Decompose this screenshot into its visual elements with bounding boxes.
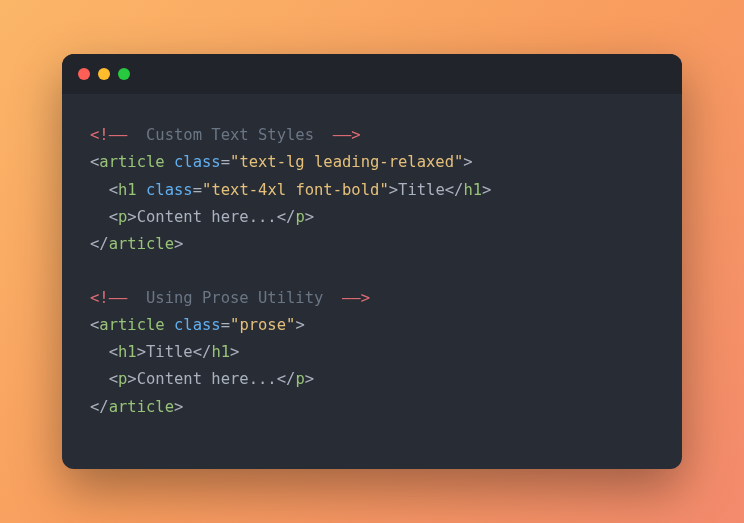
equals: = [221,153,230,171]
slash: / [99,235,108,253]
maximize-icon[interactable] [118,68,130,80]
angle-open: < [90,153,99,171]
angle-open: < [109,343,118,361]
close-icon[interactable] [78,68,90,80]
comment-text: Using Prose Utility [146,289,323,307]
slash: / [202,343,211,361]
angle-open: < [277,208,286,226]
angle-close: > [305,370,314,388]
comment-close: ——> [333,126,361,144]
tag-p: p [118,370,127,388]
angle-close: > [174,235,183,253]
class-value: text-lg leading-relaxed [239,153,454,171]
tag-article: article [99,153,164,171]
angle-close: > [389,181,398,199]
angle-open: < [109,208,118,226]
equals: = [193,181,202,199]
angle-open: < [90,398,99,416]
angle-open: < [109,370,118,388]
comment-text: Custom Text Styles [146,126,314,144]
tag-p: p [118,208,127,226]
angle-close: > [463,153,472,171]
quote: " [230,316,239,334]
attr-class: class [146,181,193,199]
comment-close: ——> [342,289,370,307]
angle-close: > [295,316,304,334]
angle-open: < [90,235,99,253]
tag-article: article [99,316,164,334]
angle-open: < [90,316,99,334]
angle-close: > [137,343,146,361]
angle-close: > [482,181,491,199]
quote: " [286,316,295,334]
quote: " [454,153,463,171]
tag-h1: h1 [118,343,137,361]
attr-class: class [174,316,221,334]
title-text: Title [398,181,445,199]
angle-open: < [445,181,454,199]
comment-open: <!—— [90,289,127,307]
angle-open: < [193,343,202,361]
angle-close: > [127,370,136,388]
quote: " [230,153,239,171]
tag-h1: h1 [211,343,230,361]
slash: / [286,208,295,226]
code-window: <!—— Custom Text Styles ——> <article cla… [62,54,682,468]
attr-class: class [174,153,221,171]
quote: " [379,181,388,199]
angle-open: < [109,181,118,199]
tag-p: p [295,370,304,388]
quote: " [202,181,211,199]
content-text: Content here... [137,370,277,388]
class-value: prose [239,316,286,334]
slash: / [286,370,295,388]
content-text: Content here... [137,208,277,226]
tag-p: p [295,208,304,226]
angle-open: < [277,370,286,388]
title-text: Title [146,343,193,361]
comment-open: <!—— [90,126,127,144]
angle-close: > [127,208,136,226]
window-titlebar [62,54,682,94]
equals: = [221,316,230,334]
angle-close: > [174,398,183,416]
tag-article: article [109,235,174,253]
tag-h1: h1 [463,181,482,199]
tag-article: article [109,398,174,416]
code-block: <!—— Custom Text Styles ——> <article cla… [62,94,682,468]
tag-h1: h1 [118,181,137,199]
angle-close: > [305,208,314,226]
slash: / [99,398,108,416]
minimize-icon[interactable] [98,68,110,80]
class-value: text-4xl font-bold [211,181,379,199]
angle-close: > [230,343,239,361]
